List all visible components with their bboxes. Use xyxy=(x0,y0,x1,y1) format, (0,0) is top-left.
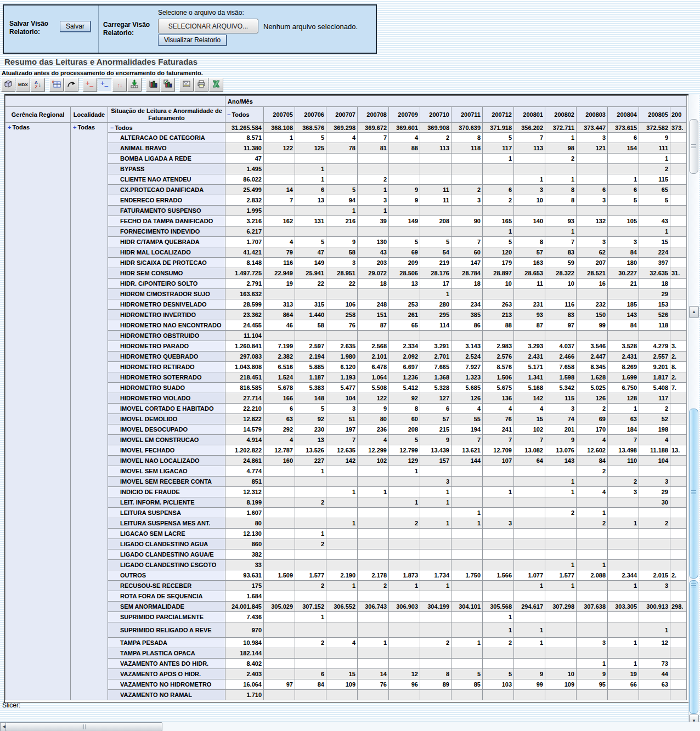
row-label[interactable]: INDICIO DE FRAUDE xyxy=(108,487,225,497)
row-label[interactable]: LIGADO CLANDESTINO ESGOTO xyxy=(108,560,225,570)
scroll-up-button[interactable]: ▲ xyxy=(689,306,699,318)
row-label[interactable]: HIDROMETRO QUEBRADO xyxy=(108,352,225,362)
row-label[interactable]: SEM ANORMALIDADE xyxy=(108,602,225,612)
row-label[interactable]: HIDR SEM CONSUMO xyxy=(108,268,225,279)
collapse-icon[interactable]: − xyxy=(110,124,114,131)
view-report-button[interactable]: Visualizar Relatorio xyxy=(158,35,227,46)
row-label[interactable]: HIDROMETRO SOTERRADO xyxy=(108,372,225,383)
row-label[interactable]: HIDROMETRO SUADO xyxy=(108,383,225,393)
row-label[interactable]: IMOVEL DEMOLIDO xyxy=(108,414,225,424)
row-label[interactable]: ENDERECO ERRADO xyxy=(108,195,225,206)
row-label[interactable]: HIDR. C/PONTEIRO SOLTO xyxy=(108,279,225,289)
row-label[interactable]: FORNECIMENTO INDEVIDO xyxy=(108,226,225,237)
row-label-todos[interactable]: −Todos xyxy=(108,123,225,133)
region-cell[interactable]: +Todas xyxy=(5,123,71,700)
row-label[interactable]: VAZAMENTO ANTES DO HIDR. xyxy=(108,659,225,669)
row-label[interactable]: TAMPA PESADA xyxy=(108,638,225,648)
expand-icon[interactable]: + xyxy=(8,124,11,131)
row-label[interactable]: LEIT. INFORM. P/CLIENTE xyxy=(108,497,225,508)
column-header-200803[interactable]: 200803 xyxy=(577,107,608,123)
row-label[interactable]: IMOVEL DESOCUPADO xyxy=(108,424,225,435)
row-label[interactable]: ANIMAL BRAVO xyxy=(108,143,225,154)
sort-updown-button[interactable]: ↑↓ xyxy=(112,78,127,92)
row-label[interactable]: IMOVEL SEM RECEBER CONTA xyxy=(108,477,225,487)
column-header-todos[interactable]: −Todos xyxy=(225,107,264,123)
row-label[interactable]: LIGADO CLANDESTINO AGUA/E xyxy=(108,549,225,560)
chart-options-button[interactable] xyxy=(161,78,175,92)
row-label[interactable]: RECUSOU-SE RECEBER xyxy=(108,581,225,591)
row-label[interactable]: HIDROMETRO INVERTIDO xyxy=(108,310,225,320)
row-label[interactable]: HIDROMETRO DESNIVELADO xyxy=(108,299,225,310)
row-label[interactable]: CX.PROTECAO DANIFICADA xyxy=(108,185,225,195)
row-label[interactable]: IMOVEL NAO LOCALIZADO xyxy=(108,456,225,466)
row-label[interactable]: HIDROMETRO PARADO xyxy=(108,341,225,352)
column-header-200710[interactable]: 200710 xyxy=(420,107,451,123)
horizontal-scroll-thumb[interactable] xyxy=(5,722,162,731)
row-label[interactable]: LEITURA SUSPENSA MES ANT. xyxy=(108,518,225,529)
row-label[interactable]: VAZAMENTO APOS O HIDR. xyxy=(108,669,225,679)
row-label[interactable]: CLIENTE NAO ATENDEU xyxy=(108,174,225,185)
save-button[interactable]: Salvar xyxy=(60,21,91,32)
row-label[interactable]: VAZAMENTO NO RAMAL xyxy=(108,690,225,700)
row-label[interactable]: SUPRIMIDO RELIGADO A REVE xyxy=(108,622,225,638)
expand-blue-button[interactable]: +− xyxy=(98,78,112,92)
select-file-button[interactable]: SELECIONAR ARQUIVO... xyxy=(158,19,258,33)
row-label[interactable]: HIDR S/CAIXA DE PROTECAO xyxy=(108,258,225,268)
region-column-header[interactable]: Gerência Regional xyxy=(5,107,71,123)
row-label[interactable]: HIDR C/TAMPA QUEBRADA xyxy=(108,237,225,247)
pivot-refresh-button[interactable] xyxy=(64,78,78,92)
drillthrough-button[interactable] xyxy=(127,78,142,92)
expand-icon[interactable]: + xyxy=(73,124,76,131)
row-label[interactable]: FECHO DA TAMPA DANIFICADO xyxy=(108,216,225,226)
row-label[interactable]: IMOVEL FECHADO xyxy=(108,445,225,456)
column-header-200712[interactable]: 200712 xyxy=(483,107,514,123)
vertical-scroll-thumb-lower[interactable] xyxy=(689,580,698,714)
column-header-200711[interactable]: 200711 xyxy=(451,107,483,123)
situation-column-header[interactable]: Situação de Leitura e Anormalidade de Fa… xyxy=(108,107,225,123)
vertical-scroll-thumb[interactable] xyxy=(689,409,698,579)
row-label[interactable]: HIDROM C/MOSTRADOR SUJO xyxy=(108,289,225,299)
column-header-200708[interactable]: 200708 xyxy=(358,107,389,123)
column-header-200802[interactable]: 200802 xyxy=(545,107,577,123)
row-label[interactable]: TAMPA PLASTICA OPACA xyxy=(108,648,225,659)
collapse-red-button[interactable]: +− xyxy=(83,78,97,92)
chart-button[interactable] xyxy=(146,78,160,92)
column-header-200709[interactable]: 200709 xyxy=(389,107,420,123)
row-label[interactable]: IMOVEL EM CONSTRUCAO xyxy=(108,435,225,445)
row-label[interactable]: HIDROMETRO VIOLADO xyxy=(108,393,225,404)
vertical-scroll-thumb-top[interactable] xyxy=(689,119,698,174)
row-label[interactable]: LEITURA SUSPENSA xyxy=(108,508,225,518)
row-label[interactable]: HIDROMETRO RETIRADO xyxy=(108,362,225,372)
column-header-200705[interactable]: 200705 xyxy=(264,107,295,123)
row-label[interactable]: HIDR MAL LOCALIZADO xyxy=(108,247,225,258)
column-header-200707[interactable]: 200707 xyxy=(326,107,358,123)
row-label[interactable]: ROTA FORA DE SEQUENCIA xyxy=(108,591,225,602)
row-label[interactable]: SUPRIMIDO PARCIALMENTE xyxy=(108,612,225,622)
row-label[interactable]: FATURAMENTO SUSPENSO xyxy=(108,206,225,216)
row-label[interactable]: BYPASS xyxy=(108,164,225,174)
column-header-200805[interactable]: 200805 xyxy=(639,107,670,123)
row-label[interactable]: LIGADO CLANDESTINO AGUA xyxy=(108,539,225,549)
sort-az-button[interactable]: AZ↓ xyxy=(31,78,45,92)
locality-column-header[interactable]: Localidade xyxy=(71,107,108,123)
subtotals-button[interactable]: 0 xyxy=(49,78,64,92)
row-label[interactable]: IMOVEL CORTADO E HABITADO xyxy=(108,404,225,414)
column-header-200804[interactable]: 200804 xyxy=(608,107,639,123)
row-label[interactable]: HIDROMETRO NAO ENCONTRADO xyxy=(108,320,225,331)
printer-button[interactable] xyxy=(194,78,208,92)
row-label[interactable]: HIDROMETRO OBSTRUIDO xyxy=(108,331,225,341)
column-header-200[interactable]: 200 xyxy=(670,107,687,123)
row-label[interactable]: LIGACAO SEM LACRE xyxy=(108,529,225,539)
export-excel-button[interactable] xyxy=(209,78,223,92)
row-label[interactable]: IMOVEL SEM LIGACAO xyxy=(108,466,225,477)
row-label[interactable]: ALTERACAO DE CATEGORIA xyxy=(108,133,225,143)
owc-cube-button[interactable] xyxy=(1,78,15,92)
collapse-icon[interactable]: − xyxy=(227,111,230,118)
row-label[interactable]: OUTROS xyxy=(108,570,225,581)
column-header-200801[interactable]: 200801 xyxy=(514,107,545,123)
print-preview-button[interactable] xyxy=(179,78,194,92)
mdx-button[interactable]: MDX xyxy=(16,78,30,92)
locality-cell[interactable]: +Todas xyxy=(71,123,108,700)
row-label[interactable]: BOMBA LIGADA A REDE xyxy=(108,154,225,164)
row-label[interactable]: VAZAMENTO NO HIDROMETRO xyxy=(108,679,225,690)
